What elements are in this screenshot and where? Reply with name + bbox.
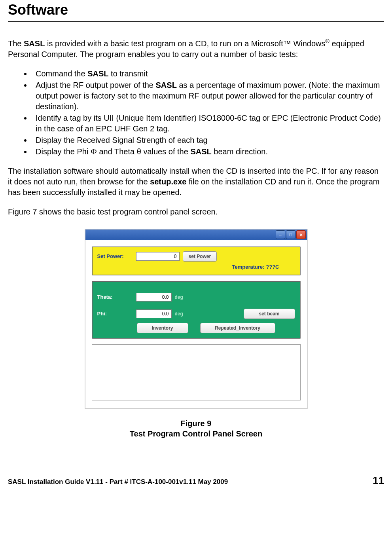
phi-input[interactable]: [136, 309, 172, 318]
phi-label: Phi:: [97, 311, 133, 317]
maximize-icon: [289, 232, 292, 237]
text: Command the: [36, 69, 87, 78]
list-item: Command the SASL to transmit: [32, 68, 384, 79]
install-paragraph: The installation software should automat…: [8, 166, 384, 198]
app-window: Set Power: set Power Temperature: ???C T…: [85, 229, 307, 409]
set-power-button[interactable]: set Power: [183, 251, 217, 262]
product-name: SASL: [24, 39, 45, 48]
list-item: Adjust the RF output power of the SASL a…: [32, 80, 384, 112]
maximize-button[interactable]: [286, 230, 295, 239]
output-panel: [92, 344, 301, 400]
section-title: Software: [8, 0, 384, 18]
product-name: SASL: [87, 69, 108, 78]
feature-list: Command the SASL to transmit Adjust the …: [8, 68, 384, 157]
page-footer: SASL Installation Guide V1.11 - Part # I…: [0, 455, 392, 491]
minimize-icon: [279, 232, 281, 237]
list-item: Identify a tag by its UII (Unique Item I…: [32, 113, 384, 134]
list-item: Display the Received Signal Strength of …: [32, 135, 384, 146]
beam-panel: Theta: deg Phi: deg set beam Inventory: [92, 281, 301, 339]
caption-line2: Test Program Control Panel Screen: [8, 429, 384, 439]
product-name: SASL: [156, 81, 177, 89]
theta-input[interactable]: [136, 293, 172, 302]
phi-unit: deg: [175, 311, 187, 317]
power-panel: Set Power: set Power Temperature: ???C: [92, 247, 301, 275]
temperature-readout: Temperature: ???C: [97, 264, 295, 270]
inventory-button[interactable]: Inventory: [137, 323, 188, 333]
list-item: Display the Phi Φ and Theta θ values of …: [32, 146, 384, 157]
set-power-input[interactable]: [136, 252, 180, 261]
text: is provided with a basic test program on…: [45, 39, 325, 48]
set-beam-button[interactable]: set beam: [244, 309, 295, 319]
figure-reference: Figure 7 shows the basic test program co…: [8, 207, 384, 217]
titlebar: [85, 230, 307, 240]
theta-unit: deg: [175, 294, 187, 300]
text: Display the Phi Φ and Theta θ values of …: [36, 147, 190, 156]
text: Adjust the RF output power of the: [36, 81, 156, 89]
theta-label: Theta:: [97, 294, 133, 300]
divider: [8, 21, 384, 22]
close-button[interactable]: [296, 230, 306, 239]
text: to transmit: [109, 69, 148, 78]
set-power-label: Set Power:: [97, 253, 133, 259]
registered-mark: ®: [326, 38, 330, 44]
caption-line1: Figure 9: [8, 418, 384, 429]
close-icon: [299, 232, 303, 237]
footer-left: SASL Installation Guide V1.11 - Part # I…: [8, 478, 228, 486]
repeated-inventory-button[interactable]: Repeated_Inventory: [200, 323, 275, 333]
text: The: [8, 39, 24, 48]
text: beam direction.: [212, 147, 268, 156]
intro-paragraph: The SASL is provided with a basic test p…: [8, 38, 384, 60]
page-number: 11: [373, 474, 384, 487]
product-name: SASL: [190, 147, 211, 156]
minimize-button[interactable]: [276, 230, 285, 239]
setup-filename: setup.exe: [150, 177, 186, 186]
figure-caption: Figure 9 Test Program Control Panel Scre…: [8, 418, 384, 439]
